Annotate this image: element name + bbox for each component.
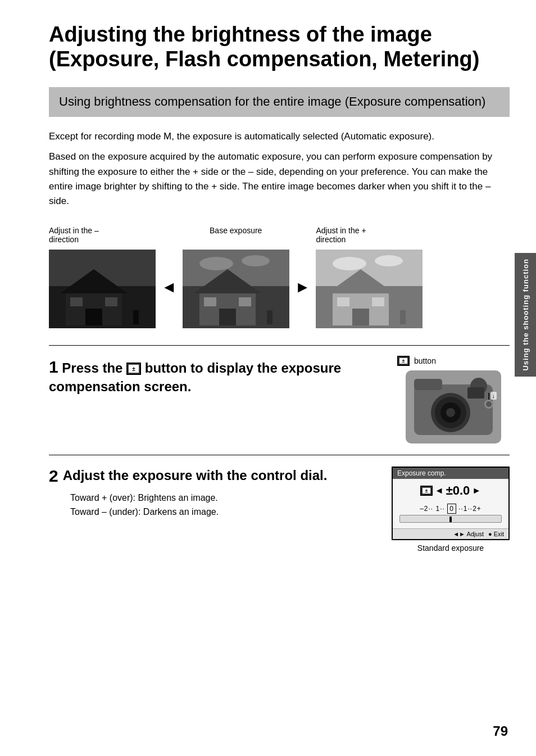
arrow-right-container: ►	[289, 278, 316, 296]
step-1-content: 1 Press the ± button to display the expo…	[49, 356, 386, 395]
svg-text:±: ±	[132, 366, 135, 372]
image-label-dark: Adjust in the –direction	[49, 226, 156, 246]
ev-icon-screen: ±	[420, 486, 433, 496]
step-2-heading: Adjust the exposure with the control dia…	[63, 467, 328, 484]
standard-exposure-label: Standard exposure	[417, 544, 484, 553]
adjust-control: ◄► Adjust	[453, 531, 484, 537]
ev-button-icon-small: ±	[397, 356, 410, 366]
svg-rect-7	[105, 297, 117, 306]
section-header: Using brightness compensation for the en…	[49, 87, 510, 117]
scale-bar	[399, 515, 502, 523]
image-base	[183, 250, 289, 328]
svg-rect-19	[239, 297, 251, 306]
arrow-left-icon: ◄	[161, 278, 177, 296]
scale-labels: –2·· 1·· 0 ··1··2+	[399, 505, 502, 513]
step-2-subtext-2: Toward – (under): Darkens an image.	[70, 505, 380, 519]
svg-rect-31	[372, 297, 384, 306]
svg-point-26	[375, 255, 403, 266]
step-2-text: 2 Adjust the exposure with the control d…	[49, 467, 380, 519]
svg-point-13	[199, 257, 233, 270]
exposure-comp-screen: Exposure comp. ± ◄ ±0.0 ► –2·· 1·· 0 ··1…	[392, 467, 510, 540]
page-number: 79	[493, 723, 508, 739]
step-1-number: 1	[49, 357, 58, 376]
svg-point-44	[446, 408, 455, 417]
page-container: Adjusting the brightness of the image (E…	[15, 0, 521, 586]
main-title: Adjusting the brightness of the image (E…	[49, 22, 510, 71]
image-bright	[316, 250, 423, 328]
svg-point-8	[125, 289, 147, 311]
step-2-title: 2 Adjust the exposure with the control d…	[49, 467, 380, 485]
sidebar-text: Using the shooting function	[521, 259, 530, 371]
scale-indicator	[449, 517, 452, 522]
svg-rect-29	[352, 309, 369, 325]
svg-rect-9	[133, 310, 139, 324]
exp-comp-controls: ◄► Adjust ● Exit	[393, 528, 508, 539]
exposure-comp-display: Exposure comp. ± ◄ ±0.0 ► –2·· 1·· 0 ··1…	[392, 467, 510, 553]
svg-point-47	[486, 401, 492, 407]
step-2-number: 2	[49, 467, 58, 485]
step-1-title: 1 Press the ± button to display the expo…	[49, 356, 386, 395]
button-text-label: button	[414, 356, 436, 365]
svg-text:±: ±	[402, 358, 405, 364]
body-text-2: Based on the exposure acquired by the au…	[49, 150, 510, 209]
arrow-left-container: ◄	[156, 278, 183, 296]
svg-rect-30	[337, 297, 349, 306]
step-2-section: 2 Adjust the exposure with the control d…	[49, 467, 510, 553]
step-1-section: 1 Press the ± button to display the expo…	[49, 356, 510, 455]
body-text-1: Except for recording mode M, the exposur…	[49, 129, 510, 144]
image-dark	[49, 250, 156, 328]
divider-1	[49, 345, 510, 346]
svg-rect-17	[219, 309, 236, 325]
svg-rect-21	[267, 310, 272, 324]
images-section: Adjust in the –direction	[49, 226, 510, 328]
svg-rect-33	[400, 310, 406, 324]
arrow-right-icon: ►	[295, 278, 311, 296]
svg-rect-18	[204, 297, 216, 306]
step-2-subtext: Toward + (over): Brightens an image. Tow…	[70, 491, 380, 519]
svg-text:±: ±	[425, 488, 428, 494]
svg-point-25	[333, 257, 366, 270]
image-label-base: Base exposure	[183, 226, 289, 246]
exp-scale: –2·· 1·· 0 ··1··2+	[393, 503, 508, 528]
ev-compensation-icon: ±	[126, 363, 141, 375]
exit-control: ● Exit	[488, 531, 504, 537]
svg-rect-5	[85, 309, 102, 325]
svg-rect-39	[414, 379, 442, 390]
left-arrow-value: ◄	[435, 486, 444, 496]
sidebar-tab: Using the shooting function	[515, 253, 536, 377]
exp-comp-value: ± ◄ ±0.0 ►	[393, 479, 508, 503]
svg-point-20	[258, 289, 281, 311]
svg-point-14	[242, 255, 270, 266]
ev-value: ±0.0	[446, 483, 470, 498]
svg-rect-45	[467, 387, 484, 399]
camera-button-arrow: ↓	[490, 392, 497, 400]
step-2-subtext-1: Toward + (over): Brightens an image.	[70, 491, 380, 505]
image-group-bright: Adjust in the +direction	[316, 226, 423, 328]
button-label-row: ± button	[397, 356, 436, 366]
step-1-text-press: Press the	[62, 360, 126, 375]
image-label-bright: Adjust in the +direction	[316, 226, 423, 246]
svg-rect-6	[70, 297, 83, 306]
right-arrow-value: ►	[472, 486, 481, 496]
exp-comp-header: Exposure comp.	[393, 468, 508, 479]
svg-point-32	[392, 289, 414, 311]
camera-illustration: ↓	[406, 370, 501, 443]
image-group-dark: Adjust in the –direction	[49, 226, 156, 328]
image-group-base: Base exposure	[183, 226, 289, 328]
step-1-image-area: ± button	[397, 356, 510, 443]
